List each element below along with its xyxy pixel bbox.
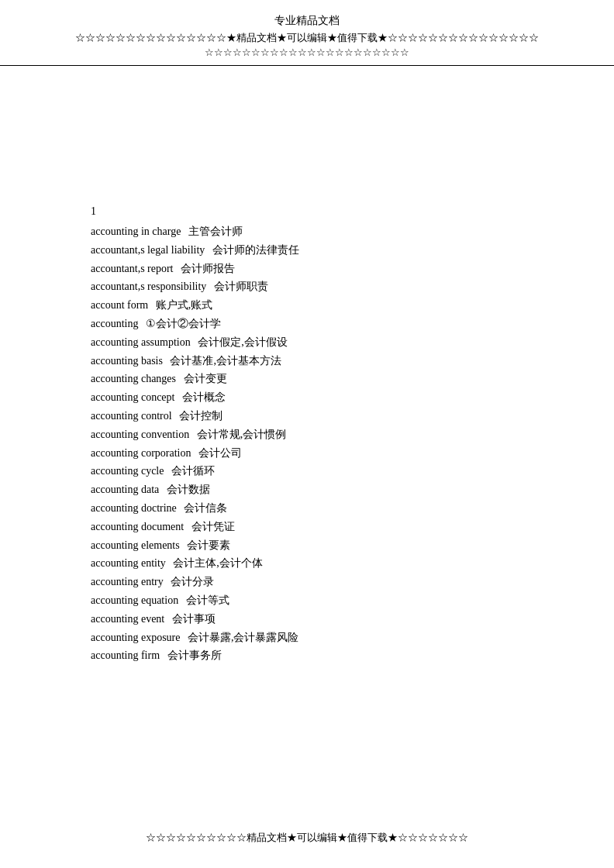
term-english: accountant,s legal liability — [91, 244, 205, 256]
term-row: accounting changes 会计变更 — [91, 370, 523, 388]
term-english: accounting in charge — [91, 226, 181, 237]
content: 1 accounting in charge 主管会计师accountant,s… — [0, 66, 614, 711]
term-chinese: 会计公司 — [195, 447, 242, 459]
term-chinese: 会计常规,会计惯例 — [194, 429, 286, 440]
term-row: accounting in charge 主管会计师 — [91, 222, 523, 241]
term-english: accounting cycle — [91, 465, 164, 477]
footer: ☆☆☆☆☆☆☆☆☆☆精品文档★可以编辑★值得下载★☆☆☆☆☆☆☆ — [0, 831, 614, 845]
term-english: accounting doctrine — [91, 502, 177, 514]
term-chinese: 会计主体,会计个体 — [171, 557, 263, 569]
term-chinese: ①会计②会计学 — [143, 318, 221, 329]
term-row: accounting equation 会计等式 — [91, 591, 523, 610]
term-row: accounting basis 会计基准,会计基本方法 — [91, 352, 523, 370]
terms-list: accounting in charge 主管会计师accountant,s l… — [91, 222, 523, 665]
term-row: accounting cycle 会计循环 — [91, 462, 523, 480]
term-english: accountant,s report — [91, 263, 174, 274]
header: 专业精品文档 ☆☆☆☆☆☆☆☆☆☆☆☆☆☆☆★精品文档★可以编辑★值得下载★☆☆… — [0, 0, 614, 66]
term-english: accounting entity — [91, 557, 166, 569]
term-chinese: 会计要素 — [185, 539, 231, 551]
term-row: accounting document 会计凭证 — [91, 518, 523, 536]
term-row: accounting exposure 会计暴露,会计暴露风险 — [91, 629, 523, 647]
term-english: accounting equation — [91, 594, 178, 606]
term-english: accounting event — [91, 613, 164, 625]
term-english: accounting exposure — [91, 632, 180, 643]
term-chinese: 会计暴露,会计暴露风险 — [185, 632, 298, 643]
term-chinese: 会计师职责 — [211, 281, 268, 292]
term-english: accounting data — [91, 484, 159, 495]
term-row: accountant,s legal liability 会计师的法律责任 — [91, 241, 523, 260]
term-english: accounting concept — [91, 391, 174, 403]
term-english: accounting control — [91, 410, 172, 422]
term-chinese: 账户式,账式 — [153, 299, 212, 311]
term-chinese: 会计分录 — [168, 576, 215, 587]
term-chinese: 会计数据 — [164, 484, 210, 495]
term-english: accounting — [91, 318, 138, 329]
term-english: accounting assumption — [91, 336, 191, 348]
term-row: accounting doctrine 会计信条 — [91, 499, 523, 518]
term-row: accountant,s report 会计师报告 — [91, 260, 523, 278]
term-chinese: 会计变更 — [181, 373, 227, 384]
term-english: accounting basis — [91, 355, 163, 367]
term-row: accounting convention 会计常规,会计惯例 — [91, 425, 523, 444]
term-chinese: 会计循环 — [168, 465, 215, 477]
term-chinese: 会计师的法律责任 — [209, 244, 299, 256]
term-english: accounting document — [91, 521, 184, 532]
term-english: accounting elements — [91, 539, 180, 551]
page: 专业精品文档 ☆☆☆☆☆☆☆☆☆☆☆☆☆☆☆★精品文档★可以编辑★值得下载★☆☆… — [0, 0, 614, 868]
header-title: 专业精品文档 — [47, 14, 567, 28]
header-line1: ☆☆☆☆☆☆☆☆☆☆☆☆☆☆☆★精品文档★可以编辑★值得下载★☆☆☆☆☆☆☆☆☆… — [47, 31, 567, 45]
term-chinese: 主管会计师 — [185, 226, 243, 237]
term-row: accounting elements 会计要素 — [91, 536, 523, 555]
term-chinese: 会计师报告 — [178, 263, 236, 274]
term-row: accounting firm 会计事务所 — [91, 646, 523, 665]
term-english: accounting corporation — [91, 447, 191, 459]
term-row: accounting assumption 会计假定,会计假设 — [91, 333, 523, 352]
term-row: accounting event 会计事项 — [91, 610, 523, 629]
term-row: account form 账户式,账式 — [91, 296, 523, 315]
term-row: accounting ①会计②会计学 — [91, 315, 523, 333]
term-english: accountant,s responsibility — [91, 281, 206, 292]
term-english: account form — [91, 299, 148, 311]
term-row: accounting control 会计控制 — [91, 407, 523, 425]
term-row: accounting entity 会计主体,会计个体 — [91, 554, 523, 573]
term-row: accounting concept 会计概念 — [91, 388, 523, 407]
term-chinese: 会计假定,会计假设 — [195, 336, 288, 348]
page-number: 1 — [91, 205, 523, 218]
header-line2: ☆☆☆☆☆☆☆☆☆☆☆☆☆☆☆☆☆☆☆☆☆☆ — [47, 46, 567, 59]
term-chinese: 会计事项 — [169, 613, 216, 625]
term-row: accounting data 会计数据 — [91, 480, 523, 499]
term-english: accounting changes — [91, 373, 176, 384]
term-english: accounting entry — [91, 576, 164, 587]
term-chinese: 会计控制 — [177, 410, 223, 422]
term-row: accountant,s responsibility 会计师职责 — [91, 277, 523, 296]
term-chinese: 会计等式 — [183, 594, 229, 606]
term-chinese: 会计基准,会计基本方法 — [167, 355, 281, 367]
term-chinese: 会计概念 — [179, 391, 226, 403]
term-chinese: 会计信条 — [181, 502, 228, 514]
term-english: accounting convention — [91, 429, 189, 440]
term-row: accounting entry 会计分录 — [91, 573, 523, 591]
term-chinese: 会计事务所 — [164, 649, 222, 661]
term-chinese: 会计凭证 — [188, 521, 235, 532]
term-row: accounting corporation 会计公司 — [91, 444, 523, 463]
term-english: accounting firm — [91, 649, 160, 661]
